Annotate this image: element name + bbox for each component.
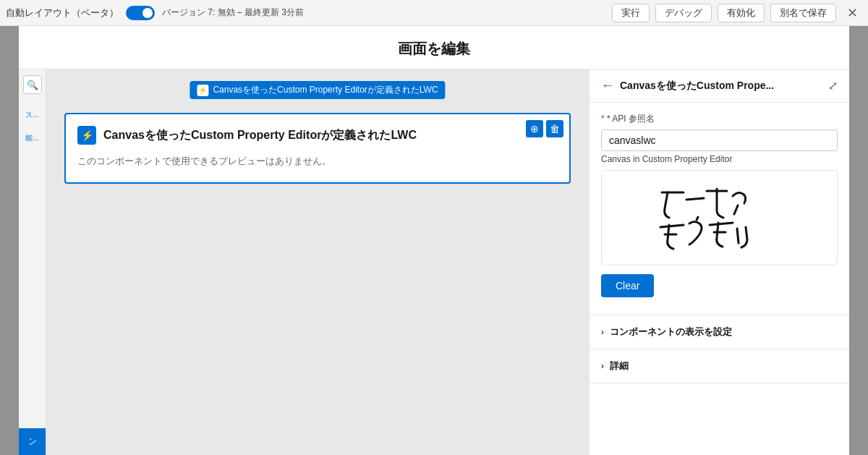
canvas-drawing — [655, 178, 785, 258]
component-display-header[interactable]: › コンポーネントの表示を設定 — [590, 315, 849, 349]
activate-button[interactable]: 有効化 — [718, 4, 765, 22]
card-delete-button[interactable]: 🗑 — [546, 120, 563, 137]
left-sidebar: 🔍 ス... 能... ン — [19, 69, 46, 455]
card-add-button[interactable]: ⊕ — [526, 120, 543, 137]
component-lightning-icon: ⚡ — [81, 129, 93, 141]
modal-overlay: 画面を編集 🔍 ス... 能... ン ⚡ — [0, 26, 868, 455]
sidebar-item-2[interactable]: 能... — [22, 132, 41, 145]
tooltip-icon: ⚡ — [197, 85, 208, 96]
modal-title: 画面を編集 — [398, 41, 470, 56]
sidebar-search[interactable]: 🔍 — [23, 75, 42, 94]
right-panel-header: ← Canvasを使ったCustom Prope... ⤢ — [590, 69, 849, 103]
expand-button[interactable]: ⤢ — [828, 79, 838, 93]
close-button[interactable]: ✕ — [842, 3, 862, 23]
tooltip-text: Canvasを使ったCustom Property Editorが定義されたLW… — [213, 84, 438, 96]
component-card: ⊕ 🗑 ⚡ Canvasを使ったCustom Property Editorが定… — [64, 113, 571, 184]
modal: 画面を編集 🔍 ス... 能... ン ⚡ — [19, 26, 849, 455]
modal-header: 画面を編集 — [19, 26, 849, 69]
canvas-area: ⚡ Canvasを使ったCustom Property Editorが定義された… — [46, 69, 589, 455]
chevron-icon-1: › — [601, 327, 604, 337]
sidebar-bottom-button[interactable]: ン — [19, 428, 46, 455]
canvas-description: Canvas in Custom Property Editor — [601, 154, 838, 164]
api-name-label-text: * API 参照名 — [607, 114, 655, 124]
panel-title: Canvasを使ったCustom Prope... — [620, 80, 822, 93]
toolbar-left: 自動レイアウト（ベータ） バージョン 7: 無効 – 最終更新 3分前 — [6, 6, 304, 20]
modal-body: 🔍 ス... 能... ン ⚡ Canvasを使ったCustom Propert… — [19, 69, 849, 455]
clear-button[interactable]: Clear — [601, 274, 654, 297]
auto-layout-toggle[interactable] — [126, 6, 155, 20]
api-name-input[interactable] — [601, 129, 838, 151]
api-name-section: * * API 参照名 Canvas in Custom Property Ed… — [590, 103, 849, 315]
back-button[interactable]: ← — [601, 78, 614, 93]
run-button[interactable]: 実行 — [612, 4, 650, 22]
details-section: › 詳細 — [590, 349, 849, 383]
details-label: 詳細 — [610, 360, 629, 373]
component-title: Canvasを使ったCustom Property Editorが定義されたLW… — [103, 128, 417, 143]
sidebar-item-1[interactable]: ス... — [22, 109, 41, 122]
version-status: バージョン 7: 無効 – 最終更新 3分前 — [162, 7, 304, 19]
lightning-icon: ⚡ — [198, 86, 207, 94]
component-display-label: コンポーネントの表示を設定 — [610, 326, 732, 339]
debug-button[interactable]: デバッグ — [655, 4, 712, 22]
required-marker: * — [601, 114, 605, 124]
component-preview-text: このコンポーネントで使用できるプレビューはありません。 — [77, 152, 558, 171]
component-tooltip: ⚡ Canvasを使ったCustom Property Editorが定義された… — [190, 81, 445, 99]
component-display-section: › コンポーネントの表示を設定 — [590, 315, 849, 349]
search-icon: 🔍 — [27, 80, 38, 90]
save-as-button[interactable]: 別名で保存 — [770, 4, 836, 22]
right-panel: ← Canvasを使ったCustom Prope... ⤢ * * API 参照… — [589, 69, 849, 455]
auto-layout-label: 自動レイアウト（ベータ） — [6, 7, 119, 20]
component-card-header: ⚡ Canvasを使ったCustom Property Editorが定義された… — [77, 126, 558, 145]
component-icon: ⚡ — [77, 126, 96, 145]
details-header[interactable]: › 詳細 — [590, 349, 849, 383]
drawing-area[interactable] — [601, 170, 838, 265]
chevron-icon-2: › — [601, 361, 604, 371]
toolbar: 自動レイアウト（ベータ） バージョン 7: 無効 – 最終更新 3分前 実行 デ… — [0, 0, 868, 26]
api-name-label: * * API 参照名 — [601, 113, 838, 125]
card-actions: ⊕ 🗑 — [526, 120, 563, 137]
